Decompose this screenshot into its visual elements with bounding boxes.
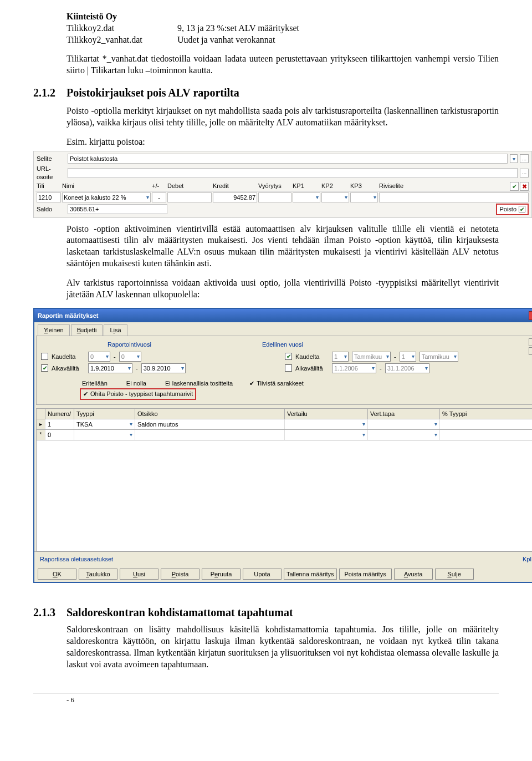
close-icon[interactable]: ✕ [529, 311, 532, 320]
row-delete-icon[interactable]: ✖ [520, 182, 529, 191]
url-field[interactable] [68, 168, 518, 178]
raportointivuosi-label: Raportointivuosi [108, 341, 151, 348]
eritellaan-label: Eritellään [82, 379, 108, 387]
poista-maaritys-button[interactable]: Poista määritys [339, 569, 392, 580]
tiivista-checkbox[interactable]: ✔ [249, 379, 254, 387]
ok-button[interactable]: OK [38, 569, 76, 580]
entry-screenshot: Selite Poistot kalustosta ▾ … URL- osoit… [33, 151, 532, 217]
kaudelta-right-4[interactable]: Tammikuu [420, 352, 458, 362]
kaudelta-right-label: Kaudelta [295, 353, 329, 361]
url-label: URL- osoite [37, 165, 65, 181]
tab-budjetti[interactable]: Budjetti [71, 324, 103, 335]
selite-browse-button[interactable]: … [520, 154, 529, 163]
poisto-checkbox[interactable]: ✔ [519, 206, 525, 212]
file2-name: Tilikkoy2_vanhat.dat [66, 34, 177, 46]
aikavali-left-label: Aikaväliltä [52, 364, 85, 372]
footer-kpl-label: Kpl 1 [523, 555, 532, 563]
uusi-button[interactable]: Uusi [120, 569, 158, 580]
tiivista-label: Tiivistä sarakkeet [257, 379, 304, 387]
aikavali-right-checkbox[interactable] [285, 364, 292, 372]
tallenna-button[interactable]: Tallenna määritys [284, 569, 337, 580]
aikavali-left-from[interactable]: 1.9.2010 [88, 363, 132, 373]
window-title: Raportin määritykset [38, 312, 98, 319]
section-213-p1: Saldoreskontraan on lisätty mahdollisuus… [66, 624, 499, 670]
eilask-label: Ei laskennallisia tositteita [165, 379, 233, 387]
aikavali-right-label: Aikaväliltä [295, 364, 329, 372]
kaudelta-right-checkbox[interactable]: ✔ [285, 353, 292, 360]
report-settings-window: Raportin määritykset ✕ Yleinen Budjetti … [33, 308, 532, 583]
sulje-button[interactable]: Sulje [435, 569, 474, 580]
ohita-poisto-checkbox[interactable]: ✔ [83, 390, 88, 398]
kaudelta-left-from[interactable]: 0 [88, 352, 110, 362]
aikavali-right-from[interactable]: 1.1.2006 [332, 363, 376, 373]
aikavali-left-checkbox[interactable]: ✔ [41, 364, 48, 372]
report-table-empty-area [36, 440, 532, 551]
selite-field[interactable]: Poistot kalustosta [68, 154, 508, 164]
kaudelta-left-label: Kaudelta [52, 353, 85, 361]
tilikartat-paragraph: Tilikartat *_vanhat.dat tiedostoilla voi… [66, 53, 499, 77]
entry-table-header: Tili Nimi +/- Debet Kredit Vyörytys KP1 … [35, 181, 530, 192]
avusta-button[interactable]: Avusta [394, 569, 433, 580]
section-213-title: Saldoreskontran kohdistamattomat tapahtu… [66, 605, 293, 620]
report-table-header: Numero/ Tyyppi Otsikko Vertailu Vert.tap… [36, 408, 532, 419]
tab-lisa[interactable]: Lisä [104, 324, 127, 335]
section-213-number: 2.1.3 [33, 605, 66, 620]
url-browse-button[interactable]: … [520, 169, 529, 177]
aikavali-left-to[interactable]: 30.9.2010 [141, 363, 186, 373]
footer-defaults-label: Raportissa oletusasetukset [40, 555, 113, 563]
section-212-p3: Poisto -option aktivoiminen vientirivill… [66, 224, 499, 270]
row-pointer-icon: ▸ [37, 419, 45, 429]
tab-yleinen[interactable]: Yleinen [38, 324, 70, 335]
file1-desc: 9, 13 ja 23 %:set ALV määritykset [177, 23, 499, 34]
ohita-poisto-label: Ohita Poisto - tyyppiset tapahtumarivit [90, 390, 193, 398]
row-ok-icon[interactable]: ✔ [510, 182, 519, 191]
taulukko-button[interactable]: Taulukko [79, 569, 117, 580]
kaudelta-left-checkbox[interactable] [41, 353, 48, 360]
saldo-label: Saldo [37, 205, 65, 213]
footer-rule [33, 693, 499, 693]
poista-button[interactable]: Poista [161, 569, 200, 580]
kaudelta-right-2[interactable]: Tammikuu [352, 352, 391, 362]
page-number: - 6 [66, 696, 499, 705]
scroll-up-icon[interactable]: ▴ [529, 338, 532, 346]
selite-dropdown[interactable]: ▾ [510, 154, 518, 163]
kaudelta-left-to[interactable]: 0 [119, 352, 141, 362]
poisto-label: Poisto [499, 205, 516, 213]
aikavali-right-to[interactable]: 31.1.2006 [385, 363, 429, 373]
section-212-p1: Poisto -optiolla merkityt kirjaukset on … [66, 105, 499, 129]
einolla-label: Ei nolla [126, 379, 146, 387]
report-table-row-1[interactable]: ▸ 1 TKSA▾ Saldon muutos ▾ ▾ [36, 419, 532, 430]
selite-label: Selite [37, 155, 65, 163]
scroll-down-icon[interactable]: ▾ [529, 347, 532, 355]
section-212-title: Poistokirjaukset pois ALV raportilta [66, 85, 239, 100]
section-212-p4: Alv tarkistus raportoinnissa voidaan akt… [66, 277, 499, 301]
upota-button[interactable]: Upota [243, 569, 282, 580]
kaudelta-right-1[interactable]: 1 [332, 352, 349, 362]
saldo-field: 30858.61+ [68, 204, 167, 214]
section-212-p2: Esim. kirjattu poistoa: [66, 136, 499, 148]
file1-name: Tilikkoy2.dat [66, 23, 177, 34]
company-name: Kiinteistö Oy [66, 11, 499, 23]
peruuta-button[interactable]: Peruuta [202, 569, 241, 580]
ohita-poisto-highlight: ✔ Ohita Poisto - tyyppiset tapahtumarivi… [80, 388, 196, 399]
file2-desc: Uudet ja vanhat verokannat [177, 34, 499, 46]
kaudelta-right-3[interactable]: 1 [400, 352, 416, 362]
section-212-number: 2.1.2 [33, 85, 66, 100]
report-table-row-2[interactable]: * 0 ▾ ▾ ▾ [36, 430, 532, 440]
entry-data-row[interactable]: 1210 Koneet ja kalusto 22 %▾ - 9452.87 ▾… [35, 192, 530, 203]
edellinenvuosi-label: Edellinen vuosi [262, 341, 303, 348]
poisto-option-highlight: Poisto ✔ [496, 204, 529, 215]
row-new-icon: * [37, 430, 45, 440]
